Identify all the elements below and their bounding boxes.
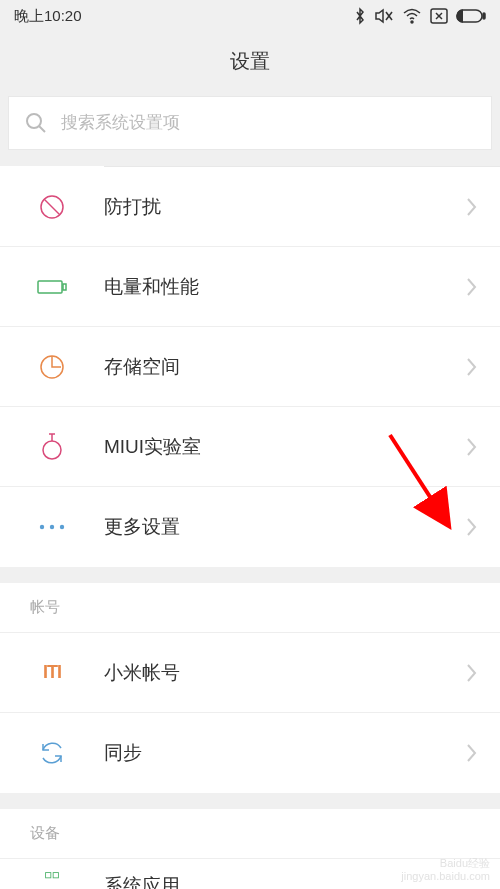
chevron-right-icon [466, 356, 478, 378]
svg-line-11 [44, 199, 60, 215]
svg-point-2 [411, 21, 413, 23]
chevron-right-icon [466, 276, 478, 298]
svg-point-18 [40, 525, 44, 529]
row-more-settings[interactable]: 更多设置 [0, 487, 500, 567]
chevron-right-icon [466, 742, 478, 764]
row-lab[interactable]: MIUI实验室 [0, 407, 500, 487]
row-sync[interactable]: 同步 [0, 713, 500, 793]
settings-section-1: 防打扰 电量和性能 存储空间 MIUI实验室 更多设置 [0, 166, 500, 567]
svg-rect-7 [483, 13, 485, 19]
row-dnd[interactable]: 防打扰 [0, 167, 500, 247]
search-box[interactable] [8, 96, 492, 150]
svg-rect-13 [63, 284, 66, 290]
row-label: 存储空间 [104, 354, 466, 380]
chevron-right-icon [466, 662, 478, 684]
chevron-right-icon [466, 436, 478, 458]
row-label: MIUI实验室 [104, 434, 466, 460]
mute-icon [374, 7, 394, 25]
search-icon [25, 112, 47, 134]
chevron-right-icon [466, 516, 478, 538]
svg-point-17 [43, 441, 61, 459]
status-indicators [354, 7, 486, 25]
dnd-icon [39, 194, 65, 220]
storage-icon [39, 354, 65, 380]
battery-icon [456, 9, 486, 23]
row-label: 电量和性能 [104, 274, 466, 300]
section-header-device: 设备 [0, 809, 500, 859]
chevron-right-icon [466, 196, 478, 218]
section-header-account: 帐号 [0, 583, 500, 633]
svg-point-8 [27, 114, 41, 128]
row-label: 小米帐号 [104, 660, 466, 686]
svg-point-19 [50, 525, 54, 529]
row-label: 防打扰 [104, 194, 466, 220]
svg-rect-21 [46, 873, 51, 878]
status-time: 晚上10:20 [14, 7, 82, 26]
apps-icon [40, 872, 64, 886]
svg-point-20 [60, 525, 64, 529]
search-input[interactable] [61, 113, 475, 133]
more-icon [38, 523, 66, 531]
svg-line-9 [39, 126, 45, 132]
page-title: 设置 [0, 32, 500, 90]
row-storage[interactable]: 存储空间 [0, 327, 500, 407]
row-label: 同步 [104, 740, 466, 766]
settings-section-account: 帐号 ITI 小米帐号 同步 [0, 583, 500, 793]
mi-logo-icon: ITI [43, 662, 61, 683]
row-battery[interactable]: 电量和性能 [0, 247, 500, 327]
row-label: 更多设置 [104, 514, 466, 540]
close-box-icon [430, 8, 448, 24]
status-bar: 晚上10:20 [0, 0, 500, 32]
watermark: Baidu经验 jingyan.baidu.com [401, 857, 490, 883]
row-mi-account[interactable]: ITI 小米帐号 [0, 633, 500, 713]
sync-icon [39, 740, 65, 766]
svg-rect-22 [53, 873, 58, 878]
svg-rect-12 [38, 281, 62, 293]
battery-perf-icon [37, 278, 67, 296]
bluetooth-icon [354, 7, 366, 25]
wifi-icon [402, 8, 422, 24]
lab-icon [41, 433, 63, 461]
